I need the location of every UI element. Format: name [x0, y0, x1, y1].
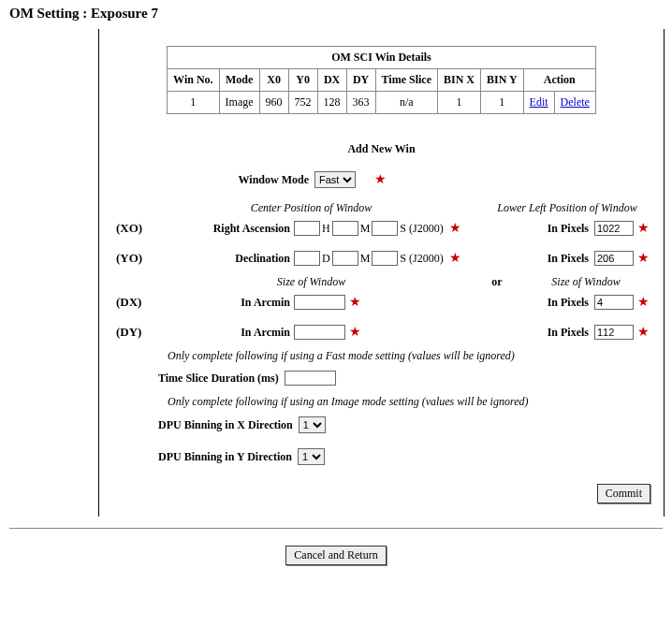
dy-label: In Arcmin — [150, 326, 294, 340]
dy-tag: (DY) — [116, 325, 150, 340]
image-mode-note: Only complete following if using an Imag… — [168, 395, 656, 409]
yo-px-label: In Pixels — [548, 252, 589, 266]
dx-label: In Arcmin — [150, 296, 294, 310]
window-mode-label: Window Mode — [150, 173, 314, 187]
add-new-win-title: Add New Win — [107, 142, 656, 156]
lower-left-heading: Lower Left Position of Window — [478, 201, 656, 215]
xo-tag: (XO) — [116, 221, 150, 236]
col-mode: Mode — [219, 69, 259, 92]
required-icon — [449, 253, 460, 264]
or-text: or — [478, 275, 516, 289]
center-pos-heading: Center Position of Window — [107, 201, 478, 215]
required-icon — [349, 327, 360, 338]
col-dx: DX — [317, 69, 346, 92]
dpu-x-select[interactable]: 1 — [299, 416, 326, 433]
ra-m-input[interactable] — [332, 221, 358, 236]
dy-px-label: In Pixels — [548, 326, 589, 340]
dec-label: Declination — [150, 252, 294, 266]
dx-tag: (DX) — [116, 295, 150, 310]
required-icon — [449, 223, 460, 234]
dec-m-unit: M — [360, 252, 371, 266]
col-y0: Y0 — [288, 69, 317, 92]
cell-x0: 960 — [259, 92, 288, 114]
cell-biny: 1 — [481, 92, 524, 114]
dy-px-input[interactable] — [594, 325, 634, 340]
required-icon — [637, 253, 649, 264]
dx-px-label: In Pixels — [548, 296, 589, 310]
required-icon — [637, 327, 649, 338]
col-x0: X0 — [259, 69, 288, 92]
cell-winno: 1 — [168, 92, 219, 114]
delete-link[interactable]: Delete — [561, 95, 590, 109]
dpu-y-label: DPU Binning in Y Direction — [158, 450, 298, 464]
cancel-return-button[interactable]: Cancel and Return — [285, 546, 386, 565]
cell-mode: Image — [219, 92, 259, 114]
main-panel: OM SCI Win Details Win No. Mode X0 Y0 DX… — [98, 29, 665, 517]
page-title: OM Setting : Exposure 7 — [9, 6, 663, 22]
win-details-table: OM SCI Win Details Win No. Mode X0 Y0 DX… — [167, 46, 596, 114]
yo-px-input[interactable] — [594, 251, 634, 266]
dec-d-input[interactable] — [294, 251, 320, 266]
time-slice-input[interactable] — [285, 371, 336, 386]
xo-px-label: In Pixels — [548, 222, 589, 236]
col-binx: BIN X — [438, 69, 481, 92]
ra-m-unit: M — [360, 222, 371, 236]
dx-arcmin-input[interactable] — [294, 295, 345, 310]
required-icon — [637, 223, 649, 234]
ra-label: Right Ascension — [150, 222, 294, 236]
cell-y0: 752 — [288, 92, 317, 114]
time-slice-label: Time Slice Duration (ms) — [158, 372, 285, 386]
dx-px-input[interactable] — [594, 295, 634, 310]
ra-h-input[interactable] — [294, 221, 320, 236]
cell-dx: 128 — [317, 92, 346, 114]
col-biny: BIN Y — [481, 69, 524, 92]
ra-h-unit: H — [322, 222, 330, 236]
fast-mode-note: Only complete following if using a Fast … — [168, 349, 656, 363]
table-caption: OM SCI Win Details — [168, 47, 596, 69]
dec-m-input[interactable] — [332, 251, 358, 266]
required-icon — [374, 174, 386, 185]
window-mode-select[interactable]: Fast — [314, 171, 356, 188]
ra-s-input[interactable] — [372, 221, 398, 236]
dpu-x-label: DPU Binning in X Direction — [158, 418, 299, 432]
size-heading-right: Size of Window — [516, 275, 656, 289]
cell-timeslice: n/a — [375, 92, 437, 114]
dec-d-unit: D — [322, 252, 330, 266]
edit-link[interactable]: Edit — [530, 95, 548, 109]
yo-tag: (YO) — [116, 251, 150, 266]
size-heading-left: Size of Window — [107, 275, 478, 289]
divider — [9, 528, 663, 529]
xo-px-input[interactable] — [594, 221, 634, 236]
dy-arcmin-input[interactable] — [294, 325, 345, 340]
dec-s-input[interactable] — [372, 251, 398, 266]
col-action: Action — [523, 69, 595, 92]
commit-button[interactable]: Commit — [597, 484, 650, 503]
table-row: 1 Image 960 752 128 363 n/a 1 1 Edit Del… — [168, 92, 596, 114]
dec-s-unit: S (J2000) — [400, 252, 443, 266]
cell-dy: 363 — [346, 92, 375, 114]
dpu-y-select[interactable]: 1 — [298, 448, 325, 465]
col-dy: DY — [346, 69, 375, 92]
col-winno: Win No. — [168, 69, 219, 92]
required-icon — [637, 297, 649, 308]
col-timeslice: Time Slice — [375, 69, 437, 92]
cell-binx: 1 — [438, 92, 481, 114]
required-icon — [349, 297, 360, 308]
ra-s-unit: S (J2000) — [400, 222, 443, 236]
